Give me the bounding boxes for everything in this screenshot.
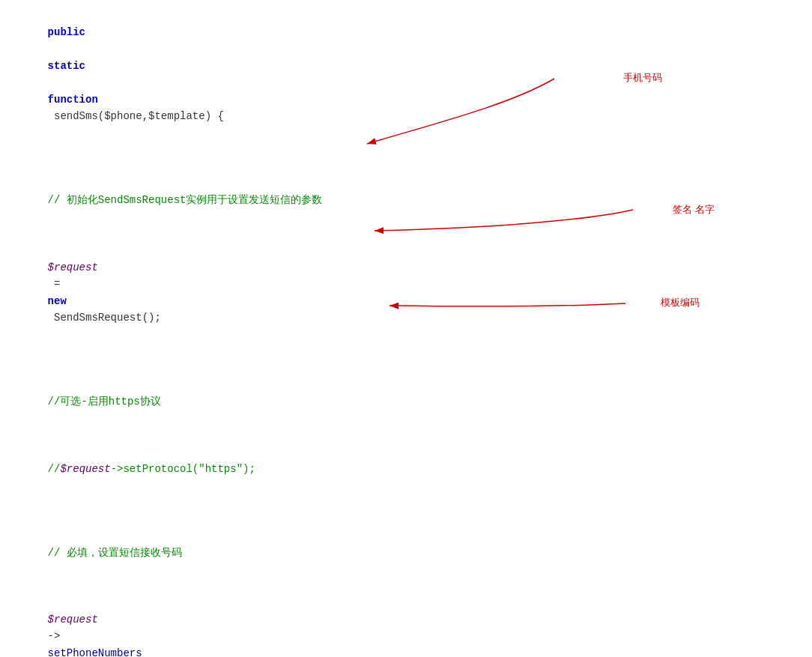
annotation-sign: 签名 名字 xyxy=(673,203,715,217)
indent5 xyxy=(48,530,73,542)
code-line-1: public static function sendSms($phone,$t… xyxy=(22,7,797,142)
comment-init-text: // 初始化SendSmsRequest实例用于设置发送短信的参数 xyxy=(48,194,323,206)
keyword-function: function xyxy=(48,94,98,106)
code-line-set-phone: $request -> setPhoneNumbers ($phone); xyxy=(22,578,797,657)
indent6 xyxy=(48,597,73,609)
code-line-blank2 xyxy=(22,343,797,360)
code-line-comment-https-opt: //可选-启用https协议 xyxy=(22,360,797,427)
code-line-comment-phone: // 必填，设置短信接收号码 xyxy=(22,511,797,578)
annotation-phone: 手机号码 xyxy=(623,71,662,85)
code-line-blank3 xyxy=(22,494,797,510)
comment-https-optional: //可选-启用https协议 xyxy=(48,396,161,408)
space xyxy=(48,43,54,55)
code-line-new-request: $request = new SendSmsRequest(); xyxy=(22,225,797,343)
indent xyxy=(48,178,73,190)
indent4 xyxy=(48,446,73,458)
code-line-blank1 xyxy=(22,142,797,158)
code-top-section: public static function sendSms($phone,$t… xyxy=(0,0,812,657)
comment-phone-text: // 必填，设置短信接收号码 xyxy=(48,547,182,559)
class-name: SendSmsRequest(); xyxy=(48,312,161,324)
indent2 xyxy=(48,244,73,256)
comment-https-code: //$request->setProtocol("https"); xyxy=(48,463,255,475)
arrow1: -> xyxy=(48,630,61,642)
indent3 xyxy=(48,379,73,391)
space2 xyxy=(48,77,54,89)
func-name: sendSms($phone,$template) { xyxy=(48,110,224,122)
annotation-template-code: 模板编码 xyxy=(661,296,700,309)
assign: = xyxy=(48,278,67,290)
func-set-phone: setPhoneNumbers xyxy=(48,647,142,657)
keyword-public: public xyxy=(48,26,85,38)
code-line-commented-https: //$request->setProtocol("https"); xyxy=(22,427,797,494)
keyword-new: new xyxy=(48,295,67,307)
var-request: $request xyxy=(48,261,98,273)
keyword-static: static xyxy=(48,60,85,72)
var-request2: $request xyxy=(48,614,98,626)
